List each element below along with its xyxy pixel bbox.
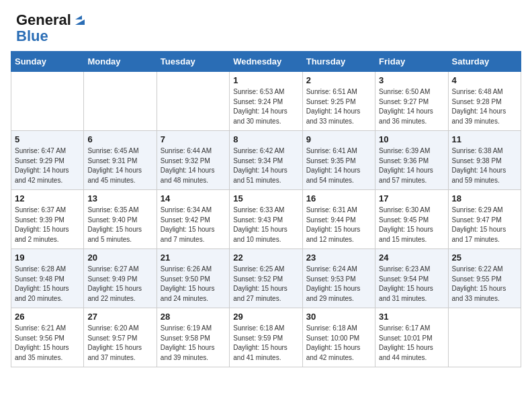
day-number: 2 xyxy=(306,75,371,85)
day-info: Sunrise: 6:47 AMSunset: 9:29 PMDaylight:… xyxy=(15,146,80,185)
calendar-week-row: 5Sunrise: 6:47 AMSunset: 9:29 PMDaylight… xyxy=(11,131,521,190)
day-number: 25 xyxy=(452,253,517,263)
calendar-cell: 8Sunrise: 6:42 AMSunset: 9:34 PMDaylight… xyxy=(230,131,302,190)
day-info: Sunrise: 6:33 AMSunset: 9:43 PMDaylight:… xyxy=(233,205,298,244)
calendar-cell: 25Sunrise: 6:22 AMSunset: 9:55 PMDayligh… xyxy=(448,249,521,308)
day-number: 10 xyxy=(379,134,444,144)
day-number: 23 xyxy=(306,253,371,263)
calendar-cell: 2Sunrise: 6:51 AMSunset: 9:25 PMDaylight… xyxy=(302,72,375,131)
day-header-thursday: Thursday xyxy=(302,52,375,72)
calendar-cell: 21Sunrise: 6:26 AMSunset: 9:50 PMDayligh… xyxy=(157,249,229,308)
calendar-cell: 10Sunrise: 6:39 AMSunset: 9:36 PMDayligh… xyxy=(375,131,448,190)
day-header-monday: Monday xyxy=(84,52,157,72)
calendar-cell: 19Sunrise: 6:28 AMSunset: 9:48 PMDayligh… xyxy=(11,249,84,308)
day-info: Sunrise: 6:38 AMSunset: 9:38 PMDaylight:… xyxy=(452,146,517,185)
day-info: Sunrise: 6:18 AMSunset: 10:00 PMDaylight… xyxy=(306,324,371,363)
calendar-cell: 30Sunrise: 6:18 AMSunset: 10:00 PMDaylig… xyxy=(302,308,375,367)
day-info: Sunrise: 6:39 AMSunset: 9:36 PMDaylight:… xyxy=(379,146,444,185)
day-info: Sunrise: 6:34 AMSunset: 9:42 PMDaylight:… xyxy=(161,205,226,244)
day-number: 14 xyxy=(161,193,226,203)
day-header-tuesday: Tuesday xyxy=(157,52,229,72)
day-number: 18 xyxy=(452,193,517,203)
calendar-cell: 7Sunrise: 6:44 AMSunset: 9:32 PMDaylight… xyxy=(157,131,229,190)
day-number: 13 xyxy=(87,193,152,203)
calendar-week-row: 12Sunrise: 6:37 AMSunset: 9:39 PMDayligh… xyxy=(11,190,521,249)
logo-icon xyxy=(73,13,87,28)
day-info: Sunrise: 6:30 AMSunset: 9:45 PMDaylight:… xyxy=(379,205,444,244)
day-info: Sunrise: 6:53 AMSunset: 9:24 PMDaylight:… xyxy=(233,87,298,126)
day-number: 12 xyxy=(15,193,80,203)
day-info: Sunrise: 6:41 AMSunset: 9:35 PMDaylight:… xyxy=(306,146,371,185)
calendar-table: SundayMondayTuesdayWednesdayThursdayFrid… xyxy=(11,51,521,367)
day-number: 6 xyxy=(87,134,152,144)
day-info: Sunrise: 6:24 AMSunset: 9:53 PMDaylight:… xyxy=(306,265,371,304)
calendar-cell: 27Sunrise: 6:20 AMSunset: 9:57 PMDayligh… xyxy=(84,308,157,367)
calendar-cell: 24Sunrise: 6:23 AMSunset: 9:54 PMDayligh… xyxy=(375,249,448,308)
day-header-friday: Friday xyxy=(375,52,448,72)
day-info: Sunrise: 6:27 AMSunset: 9:49 PMDaylight:… xyxy=(87,265,152,304)
calendar-cell: 28Sunrise: 6:19 AMSunset: 9:58 PMDayligh… xyxy=(157,308,229,367)
day-info: Sunrise: 6:20 AMSunset: 9:57 PMDaylight:… xyxy=(87,324,152,363)
day-number: 4 xyxy=(452,75,517,85)
calendar-week-row: 19Sunrise: 6:28 AMSunset: 9:48 PMDayligh… xyxy=(11,249,521,308)
day-number: 29 xyxy=(233,312,298,322)
calendar-cell: 13Sunrise: 6:35 AMSunset: 9:40 PMDayligh… xyxy=(84,190,157,249)
calendar-cell xyxy=(448,308,521,367)
calendar-cell: 14Sunrise: 6:34 AMSunset: 9:42 PMDayligh… xyxy=(157,190,229,249)
day-number: 11 xyxy=(452,134,517,144)
day-number: 22 xyxy=(233,253,298,263)
calendar-cell: 18Sunrise: 6:29 AMSunset: 9:47 PMDayligh… xyxy=(448,190,521,249)
calendar-cell: 20Sunrise: 6:27 AMSunset: 9:49 PMDayligh… xyxy=(84,249,157,308)
day-number: 3 xyxy=(379,75,444,85)
day-number: 17 xyxy=(379,193,444,203)
calendar-cell: 6Sunrise: 6:45 AMSunset: 9:31 PMDaylight… xyxy=(84,131,157,190)
day-number: 9 xyxy=(306,134,371,144)
calendar-cell: 11Sunrise: 6:38 AMSunset: 9:38 PMDayligh… xyxy=(448,131,521,190)
day-info: Sunrise: 6:29 AMSunset: 9:47 PMDaylight:… xyxy=(452,205,517,244)
day-info: Sunrise: 6:51 AMSunset: 9:25 PMDaylight:… xyxy=(306,87,371,126)
day-info: Sunrise: 6:48 AMSunset: 9:28 PMDaylight:… xyxy=(452,87,517,126)
day-number: 19 xyxy=(15,253,80,263)
calendar-cell: 15Sunrise: 6:33 AMSunset: 9:43 PMDayligh… xyxy=(230,190,302,249)
day-number: 1 xyxy=(233,75,298,85)
calendar-cell: 26Sunrise: 6:21 AMSunset: 9:56 PMDayligh… xyxy=(11,308,84,367)
day-number: 28 xyxy=(161,312,226,322)
calendar-cell xyxy=(84,72,157,131)
svg-marker-0 xyxy=(75,19,85,25)
day-info: Sunrise: 6:19 AMSunset: 9:58 PMDaylight:… xyxy=(161,324,226,363)
calendar-cell: 22Sunrise: 6:25 AMSunset: 9:52 PMDayligh… xyxy=(230,249,302,308)
day-info: Sunrise: 6:23 AMSunset: 9:54 PMDaylight:… xyxy=(379,265,444,304)
day-info: Sunrise: 6:26 AMSunset: 9:50 PMDaylight:… xyxy=(161,265,226,304)
calendar-cell: 1Sunrise: 6:53 AMSunset: 9:24 PMDaylight… xyxy=(230,72,302,131)
day-info: Sunrise: 6:28 AMSunset: 9:48 PMDaylight:… xyxy=(15,265,80,304)
day-number: 5 xyxy=(15,134,80,144)
day-info: Sunrise: 6:25 AMSunset: 9:52 PMDaylight:… xyxy=(233,265,298,304)
calendar-week-row: 1Sunrise: 6:53 AMSunset: 9:24 PMDaylight… xyxy=(11,72,521,131)
day-number: 30 xyxy=(306,312,371,322)
logo-text-blue: Blue xyxy=(16,28,87,44)
day-number: 31 xyxy=(379,312,444,322)
calendar-cell: 4Sunrise: 6:48 AMSunset: 9:28 PMDaylight… xyxy=(448,72,521,131)
day-info: Sunrise: 6:35 AMSunset: 9:40 PMDaylight:… xyxy=(87,205,152,244)
calendar-body: 1Sunrise: 6:53 AMSunset: 9:24 PMDaylight… xyxy=(11,72,521,367)
day-number: 7 xyxy=(161,134,226,144)
calendar-cell: 16Sunrise: 6:31 AMSunset: 9:44 PMDayligh… xyxy=(302,190,375,249)
day-info: Sunrise: 6:45 AMSunset: 9:31 PMDaylight:… xyxy=(87,146,152,185)
day-info: Sunrise: 6:18 AMSunset: 9:59 PMDaylight:… xyxy=(233,324,298,363)
calendar-cell: 29Sunrise: 6:18 AMSunset: 9:59 PMDayligh… xyxy=(230,308,302,367)
day-number: 20 xyxy=(87,253,152,263)
calendar-cell: 31Sunrise: 6:17 AMSunset: 10:01 PMDaylig… xyxy=(375,308,448,367)
day-info: Sunrise: 6:21 AMSunset: 9:56 PMDaylight:… xyxy=(15,324,80,363)
day-number: 24 xyxy=(379,253,444,263)
calendar-week-row: 26Sunrise: 6:21 AMSunset: 9:56 PMDayligh… xyxy=(11,308,521,367)
day-number: 15 xyxy=(233,193,298,203)
calendar-cell: 12Sunrise: 6:37 AMSunset: 9:39 PMDayligh… xyxy=(11,190,84,249)
calendar-cell xyxy=(157,72,229,131)
calendar-wrapper: SundayMondayTuesdayWednesdayThursdayFrid… xyxy=(0,51,532,378)
calendar-cell: 9Sunrise: 6:41 AMSunset: 9:35 PMDaylight… xyxy=(302,131,375,190)
day-info: Sunrise: 6:42 AMSunset: 9:34 PMDaylight:… xyxy=(233,146,298,185)
day-header-saturday: Saturday xyxy=(448,52,521,72)
logo-text-general: General xyxy=(16,12,71,28)
day-header-sunday: Sunday xyxy=(11,52,84,72)
calendar-cell: 5Sunrise: 6:47 AMSunset: 9:29 PMDaylight… xyxy=(11,131,84,190)
